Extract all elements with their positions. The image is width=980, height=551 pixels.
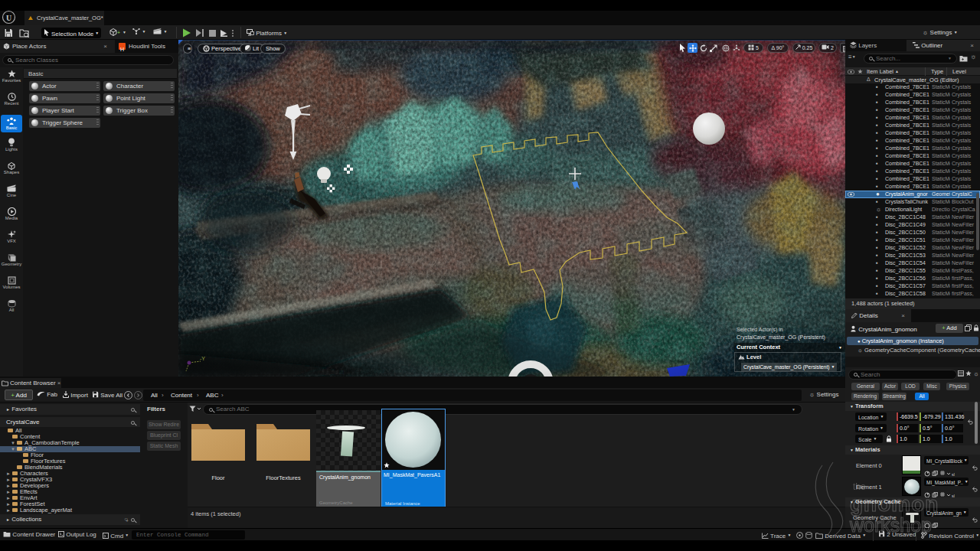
svg-text:sl: sl <box>952 472 955 477</box>
svg-text:U: U <box>6 14 11 22</box>
